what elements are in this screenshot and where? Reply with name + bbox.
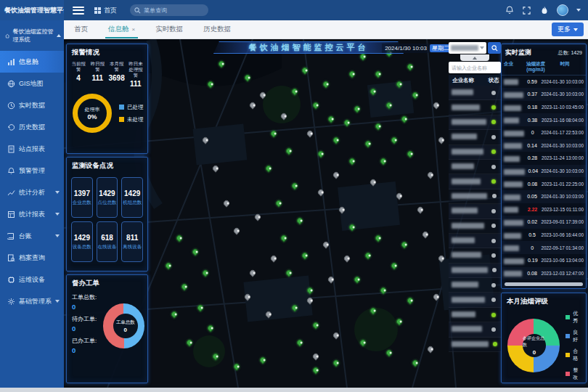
company-row[interactable]: [449, 204, 501, 219]
company-row[interactable]: [449, 189, 501, 204]
nav-home-link[interactable]: 首页: [94, 6, 117, 15]
realtime-row[interactable]: 0.372024-01-30 10:03:00: [502, 88, 586, 101]
legend-label: 合格: [573, 348, 583, 362]
company-row[interactable]: [449, 322, 501, 337]
status-cell: [486, 150, 501, 154]
tab-信息舱[interactable]: 信息舱×: [98, 20, 145, 38]
realtime-row[interactable]: 0.042024-01-30 10:03:00: [502, 165, 586, 178]
process-rate-donut: 处理率 0%: [73, 94, 112, 133]
area-dropdown[interactable]: [449, 42, 486, 54]
col-time: 时间: [546, 61, 584, 73]
company-row[interactable]: [449, 145, 501, 160]
concentration-value: 0.38: [523, 118, 542, 123]
concentration-value: 0.08: [523, 181, 542, 187]
realtime-rows: 0.592024-01-30 10:03:000.372024-01-30 10…: [502, 75, 586, 280]
fullscreen-icon[interactable]: [522, 6, 531, 15]
chevron-down-icon[interactable]: [576, 9, 581, 12]
realtime-total: 总数: 1429: [558, 49, 582, 57]
company-row[interactable]: [449, 130, 501, 144]
chevron-down-icon: [480, 46, 484, 49]
sidebar-item-预警管理[interactable]: 预警管理: [0, 160, 64, 181]
company-search-button[interactable]: [488, 42, 501, 54]
company-row[interactable]: [449, 293, 501, 307]
realtime-row[interactable]: 02022-09-17 01:34:00: [502, 241, 586, 254]
legend-swatch: [565, 334, 570, 338]
alarm-stats: 当前报警4昨日报警111本月报警3698昨日未处理报警111: [67, 60, 147, 89]
sidebar-item-GIS地图[interactable]: GIS地图: [0, 73, 64, 94]
col-status: 状态: [486, 77, 501, 84]
notification-icon[interactable]: [505, 6, 514, 15]
search-icon: [491, 45, 498, 52]
company-row[interactable]: [449, 160, 501, 174]
hamburger-menu-icon[interactable]: [73, 7, 84, 15]
sidebar-item-运维设备[interactable]: 运维设备: [0, 269, 64, 290]
sidebar-item-台账[interactable]: 台账: [0, 225, 64, 247]
company-row[interactable]: [449, 115, 501, 130]
status-cell: [486, 327, 501, 332]
realtime-row[interactable]: 02024-01-17 22:53:00: [502, 126, 586, 139]
horizontal-scrollbar[interactable]: [505, 282, 583, 286]
realtime-row[interactable]: 0.592024-01-30 10:03:00: [502, 75, 586, 89]
tab-实时数据[interactable]: 实时数据: [145, 20, 193, 38]
concentration-value: 2.22: [523, 207, 542, 212]
company-name-redacted: [504, 152, 523, 165]
realtime-row[interactable]: 0.142024-01-30 10:03:00: [502, 139, 586, 152]
status-cell: [486, 283, 501, 287]
rating-center-value: 0: [533, 349, 536, 356]
company-row[interactable]: [449, 174, 501, 189]
tab-label: 首页: [74, 25, 88, 34]
sidebar-item-统计分析[interactable]: 统计分析: [0, 181, 64, 203]
close-icon[interactable]: ×: [132, 26, 136, 33]
realtime-row[interactable]: 0.052024-01-30 10:03:00: [502, 190, 586, 203]
company-row[interactable]: [449, 278, 501, 293]
company-row[interactable]: [449, 86, 501, 100]
company-row[interactable]: [449, 100, 501, 115]
company-row[interactable]: [449, 338, 501, 352]
sidebar-item-label: 台账: [19, 232, 32, 241]
company-row[interactable]: [449, 248, 501, 263]
realtime-row[interactable]: 2.222023-12-15 01:11:00: [502, 203, 586, 216]
realtime-row[interactable]: 0.182023-11-10 03:45:00: [502, 101, 586, 114]
realtime-row[interactable]: 0.282023-11-24 13:00:00: [502, 152, 586, 165]
sidebar-item-信息舱[interactable]: 信息舱: [0, 51, 64, 73]
sidebar-item-统计报表[interactable]: 统计报表: [0, 203, 64, 225]
realtime-row[interactable]: 0.082023-11-01 22:25:00: [502, 177, 586, 190]
company-name-redacted: [449, 237, 486, 244]
sidebar-section-header[interactable]: 餐饮油烟监控管理系统: [0, 20, 64, 51]
flame-icon[interactable]: [539, 6, 549, 15]
tab-历史数据[interactable]: 历史数据: [193, 20, 241, 38]
rating-donut: 参评企业总数 0: [507, 319, 560, 372]
company-name-redacted: [504, 75, 523, 88]
company-row[interactable]: [449, 219, 501, 234]
sidebar-item-基础管理系统[interactable]: 基础管理系统: [0, 290, 64, 312]
menu-search-box[interactable]: [130, 4, 208, 16]
company-row[interactable]: [449, 308, 501, 322]
company-name-redacted: [504, 177, 523, 190]
rating-center-label: 参评企业总数: [523, 335, 546, 348]
menu-search-input[interactable]: [144, 7, 204, 14]
realtime-row[interactable]: 0.082023-12-03 12:47:00: [502, 267, 586, 280]
status-cell: [486, 253, 501, 258]
sidebar-item-实时数据[interactable]: 实时数据: [0, 94, 64, 116]
tab-首页[interactable]: 首页: [64, 20, 98, 38]
realtime-row[interactable]: 0.022023-09-01 17:39:00: [502, 216, 586, 229]
company-name-redacted: [449, 341, 489, 348]
realtime-row[interactable]: 0.52023-10-06 16:44:00: [502, 229, 586, 242]
company-row[interactable]: [449, 234, 501, 248]
user-avatar[interactable]: [557, 4, 568, 16]
company-name-input[interactable]: [449, 62, 501, 73]
workorder-donut-label: 工单总数: [116, 319, 135, 326]
sidebar-item-档案查询[interactable]: 档案查询: [0, 247, 64, 269]
sidebar-item-站点报表[interactable]: 站点报表: [0, 138, 64, 160]
status-cell: [486, 135, 501, 139]
timestamp: 2024-01-30 10:03:00: [542, 168, 584, 173]
sidebar-item-历史数据[interactable]: 历史数据: [0, 116, 64, 138]
more-button[interactable]: 更多: [552, 23, 584, 36]
collapse-list-button[interactable]: [460, 54, 489, 61]
company-row[interactable]: [449, 264, 501, 278]
realtime-row[interactable]: 0.192023-10-06 13:04:00: [502, 254, 586, 267]
status-dot-off: [491, 253, 496, 258]
status-dot-on: [493, 342, 497, 346]
company-name-redacted: [449, 267, 488, 274]
realtime-row[interactable]: 0.382023-11-16 08:04:00: [502, 113, 586, 126]
